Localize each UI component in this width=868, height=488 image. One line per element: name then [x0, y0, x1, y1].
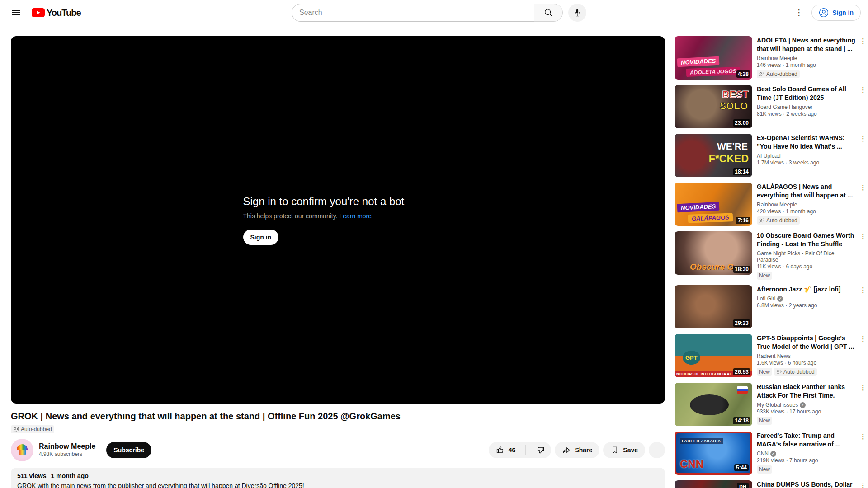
related-title[interactable]: GPT-5 Disappoints | Google's True Model … — [757, 334, 857, 351]
voice-search-button[interactable] — [568, 4, 586, 22]
duration-badge: 5:44 — [734, 464, 749, 471]
video-thumbnail[interactable]: Obscure G 18:30 — [675, 231, 752, 275]
related-title[interactable]: Ex-OpenAI Scientist WARNS: "You Have No … — [757, 134, 857, 151]
save-button[interactable]: Save — [603, 442, 645, 458]
related-video-10[interactable]: DH China DUMPS US Bonds, Dollar COLLAPSE… — [675, 480, 868, 488]
thumbs-up-icon — [496, 446, 505, 455]
thumbnail-overlay-text: NOVIDADES — [677, 56, 720, 67]
more-options-icon[interactable]: ⋮ — [858, 183, 868, 192]
watch-primary-column: Sign in to confirm you're not a bot This… — [11, 36, 665, 488]
auto-dubbed-icon — [776, 369, 782, 375]
video-thumbnail[interactable]: NOVIDADES ADOLETA JOGOS 4:28 — [675, 36, 752, 80]
related-video-2[interactable]: BEST SOLO 23:00 Best Solo Board Games of… — [675, 85, 868, 128]
youtube-logo[interactable]: YouTube — [32, 8, 81, 18]
related-video-3[interactable]: WE'RE F*CKED 18:14 Ex-OpenAI Scientist W… — [675, 134, 868, 177]
duration-badge: 18:14 — [733, 168, 750, 175]
related-title[interactable]: Russian Black Panther Tanks Attack For T… — [757, 383, 857, 400]
related-title[interactable]: Best Solo Board Games of All Time (JT Ed… — [757, 85, 857, 102]
related-channel[interactable]: Lofi Girl — [757, 296, 775, 302]
more-options-icon[interactable]: ⋮ — [858, 135, 868, 143]
related-video-5[interactable]: Obscure G 18:30 10 Obscure Board Games W… — [675, 231, 868, 280]
more-options-icon[interactable]: ⋮ — [858, 384, 868, 392]
thumbnail-overlay-text: Obscure G — [690, 262, 734, 272]
learn-more-link[interactable]: Learn more — [339, 212, 372, 220]
more-options-icon[interactable]: ⋮ — [858, 286, 868, 294]
thumbnail-overlay-text: GALÁPAGOS — [688, 213, 733, 223]
related-channel[interactable]: Rainbow Meeple — [757, 55, 797, 61]
bot-check-overlay: Sign in to confirm you're not a bot This… — [243, 195, 433, 245]
bookmark-icon — [610, 446, 619, 455]
thumbnail-overlay-text: WE'RE — [717, 141, 748, 152]
video-thumbnail[interactable]: WE'RE F*CKED 18:14 — [675, 134, 752, 177]
video-thumbnail[interactable]: BEST SOLO 23:00 — [675, 85, 752, 128]
more-options-icon[interactable]: ⋮ — [858, 335, 868, 343]
auto-dubbed-icon — [13, 427, 19, 432]
related-video-4[interactable]: NOVIDADES GALÁPAGOS 7:16 GALÁPAGOS | New… — [675, 183, 868, 226]
signin-label: Sign in — [832, 9, 854, 16]
like-button[interactable]: 46 — [489, 442, 522, 458]
search-input[interactable] — [292, 4, 534, 22]
channel-name[interactable]: Rainbow Meeple — [39, 442, 95, 450]
video-thumbnail[interactable]: NOVIDADES GALÁPAGOS 7:16 — [675, 183, 752, 226]
thumbnail-overlay-text: DH — [737, 483, 749, 488]
more-options-icon[interactable]: ⋮ — [858, 481, 868, 488]
related-title[interactable]: GALÁPAGOS | News and everything that wil… — [757, 183, 857, 200]
more-options-icon[interactable]: ⋮ — [858, 232, 868, 240]
duration-badge: 14:18 — [733, 417, 750, 424]
more-actions-button[interactable]: ... — [649, 442, 665, 458]
related-meta: 420 views · 1 month ago — [757, 208, 857, 215]
more-options-icon[interactable]: ⋮ — [858, 432, 868, 441]
related-title[interactable]: Afternoon Jazz 🎷 [jazz lofi] — [757, 285, 857, 294]
related-channel[interactable]: Board Game Hangover — [757, 104, 812, 110]
description-box[interactable]: 511 views 1 month ago GROK with the main… — [11, 468, 665, 488]
channel-avatar[interactable] — [11, 439, 33, 461]
related-title[interactable]: 10 Obscure Board Games Worth Finding - L… — [757, 231, 857, 249]
related-channel[interactable]: My Global issues — [757, 402, 798, 408]
related-video-9[interactable]: FAREED ZAKARIA CNN 5:44 Fareed's Take: T… — [675, 432, 868, 475]
more-options-icon[interactable]: ⋮ — [858, 37, 868, 45]
new-badge: New — [757, 417, 772, 425]
duration-badge: 23:00 — [733, 119, 750, 127]
related-channel[interactable]: Rainbow Meeple — [757, 202, 797, 208]
video-thumbnail[interactable]: DH — [675, 480, 752, 488]
dislike-button[interactable] — [529, 442, 551, 458]
duration-badge: 29:23 — [733, 319, 750, 327]
search-button[interactable] — [534, 4, 563, 22]
settings-kebab-icon[interactable]: ⋮ — [790, 4, 808, 22]
hamburger-menu-icon[interactable] — [7, 4, 25, 22]
related-meta: 1.6K views · 6 hours ago — [757, 360, 857, 366]
related-video-1[interactable]: NOVIDADES ADOLETA JOGOS 4:28 ADOLETA | N… — [675, 36, 868, 80]
thumbnail-overlay-text: CNN — [680, 458, 703, 470]
video-thumbnail[interactable]: 14:18 — [675, 383, 752, 426]
related-title[interactable]: ADOLETA | News and everything that will … — [757, 36, 857, 53]
video-thumbnail[interactable]: FAREED ZAKARIA CNN 5:44 — [675, 432, 752, 475]
video-player[interactable]: Sign in to confirm you're not a bot This… — [11, 36, 665, 404]
related-video-8[interactable]: 14:18 Russian Black Panther Tanks Attack… — [675, 383, 868, 426]
verified-icon — [800, 402, 806, 408]
related-title[interactable]: China DUMPS US Bonds, Dollar COLLAPSES a… — [757, 480, 857, 488]
microphone-icon — [573, 8, 582, 17]
related-video-7[interactable]: GPT NOTICIAS DE INTELIGENCIA AI 26:53 GP… — [675, 334, 868, 377]
person-icon — [819, 8, 829, 18]
video-title: GROK | News and everything that will hap… — [11, 410, 665, 422]
video-thumbnail[interactable]: GPT NOTICIAS DE INTELIGENCIA AI 26:53 — [675, 334, 752, 377]
youtube-logo-text: YouTube — [47, 8, 81, 18]
overlay-signin-button[interactable]: Sign in — [243, 230, 279, 245]
subscribe-button[interactable]: Subscribe — [106, 442, 151, 458]
related-channel[interactable]: AI Upload — [757, 153, 781, 159]
russian-flag-icon — [737, 386, 748, 394]
related-video-6[interactable]: 29:23 Afternoon Jazz 🎷 [jazz lofi] Lofi … — [675, 285, 868, 328]
related-channel[interactable]: Radient News — [757, 353, 791, 359]
auto-dubbed-badge: Auto-dubbed — [757, 216, 800, 225]
more-options-icon[interactable]: ⋮ — [858, 86, 868, 94]
share-button[interactable]: Share — [555, 442, 599, 458]
related-title[interactable]: Fareed's Take: Trump and MAGA's false na… — [757, 432, 857, 449]
video-thumbnail[interactable]: 29:23 — [675, 285, 752, 328]
related-channel[interactable]: CNN — [757, 450, 769, 457]
thumbnail-overlay-text: ADOLETA JOGOS — [686, 67, 740, 77]
ellipsis-icon: ... — [654, 445, 660, 452]
signin-button[interactable]: Sign in — [811, 5, 861, 21]
thumbnail-overlay-text: FAREED ZAKARIA — [680, 438, 723, 444]
related-videos-list: NOVIDADES ADOLETA JOGOS 4:28 ADOLETA | N… — [675, 36, 868, 488]
related-channel[interactable]: Game Night Picks - Pair Of Dice Paradise — [757, 250, 857, 263]
